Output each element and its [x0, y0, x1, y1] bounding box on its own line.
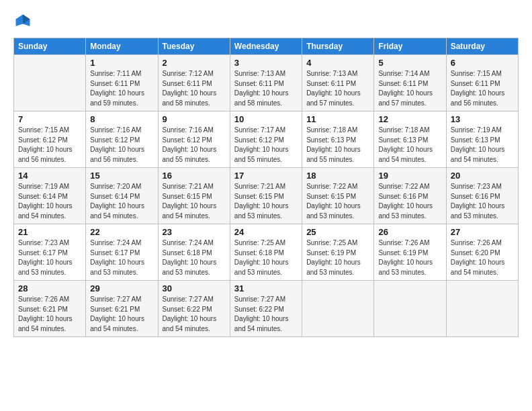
- day-cell: 16Sunrise: 7:21 AM Sunset: 6:15 PM Dayli…: [158, 168, 230, 224]
- day-number: 20: [451, 171, 514, 181]
- week-row-2: 7Sunrise: 7:15 AM Sunset: 6:12 PM Daylig…: [14, 111, 519, 168]
- day-number: 23: [163, 227, 226, 237]
- day-number: 27: [451, 227, 514, 237]
- day-number: 31: [234, 283, 298, 293]
- day-number: 17: [234, 171, 298, 181]
- day-cell: 26Sunrise: 7:26 AM Sunset: 6:19 PM Dayli…: [374, 224, 446, 281]
- day-number: 25: [306, 227, 369, 237]
- day-number: 21: [18, 227, 81, 237]
- day-cell: 10Sunrise: 7:17 AM Sunset: 6:12 PM Dayli…: [230, 111, 302, 168]
- day-info: Sunrise: 7:24 AM Sunset: 6:18 PM Dayligh…: [163, 238, 226, 277]
- day-info: Sunrise: 7:26 AM Sunset: 6:21 PM Dayligh…: [18, 295, 81, 334]
- day-info: Sunrise: 7:25 AM Sunset: 6:19 PM Dayligh…: [306, 238, 369, 277]
- day-number: 10: [234, 114, 298, 124]
- day-info: Sunrise: 7:17 AM Sunset: 6:12 PM Dayligh…: [234, 126, 298, 165]
- logo: [13, 12, 35, 31]
- day-number: 4: [306, 58, 369, 68]
- day-info: Sunrise: 7:15 AM Sunset: 6:11 PM Dayligh…: [451, 69, 514, 108]
- week-row-4: 21Sunrise: 7:23 AM Sunset: 6:17 PM Dayli…: [14, 224, 519, 281]
- day-cell: 29Sunrise: 7:27 AM Sunset: 6:21 PM Dayli…: [86, 281, 158, 337]
- day-info: Sunrise: 7:15 AM Sunset: 6:12 PM Dayligh…: [18, 126, 81, 165]
- day-info: Sunrise: 7:22 AM Sunset: 6:16 PM Dayligh…: [378, 182, 441, 221]
- day-cell: [302, 281, 374, 337]
- day-cell: 6Sunrise: 7:15 AM Sunset: 6:11 PM Daylig…: [446, 55, 518, 111]
- day-number: 26: [378, 227, 441, 237]
- calendar-table: SundayMondayTuesdayWednesdayThursdayFrid…: [13, 38, 519, 337]
- day-number: 13: [451, 114, 514, 124]
- day-info: Sunrise: 7:22 AM Sunset: 6:15 PM Dayligh…: [306, 182, 369, 221]
- header-day-thursday: Thursday: [302, 38, 374, 55]
- day-info: Sunrise: 7:20 AM Sunset: 6:14 PM Dayligh…: [90, 182, 153, 221]
- day-number: 2: [163, 58, 226, 68]
- day-number: 19: [378, 171, 441, 181]
- day-cell: 5Sunrise: 7:14 AM Sunset: 6:11 PM Daylig…: [374, 55, 446, 111]
- day-cell: 28Sunrise: 7:26 AM Sunset: 6:21 PM Dayli…: [14, 281, 86, 337]
- day-cell: 22Sunrise: 7:24 AM Sunset: 6:17 PM Dayli…: [86, 224, 158, 281]
- day-info: Sunrise: 7:18 AM Sunset: 6:13 PM Dayligh…: [378, 126, 441, 165]
- day-info: Sunrise: 7:23 AM Sunset: 6:17 PM Dayligh…: [18, 238, 81, 277]
- week-row-5: 28Sunrise: 7:26 AM Sunset: 6:21 PM Dayli…: [14, 281, 519, 337]
- day-info: Sunrise: 7:26 AM Sunset: 6:20 PM Dayligh…: [451, 238, 514, 277]
- day-cell: 27Sunrise: 7:26 AM Sunset: 6:20 PM Dayli…: [446, 224, 518, 281]
- day-cell: 1Sunrise: 7:11 AM Sunset: 6:11 PM Daylig…: [86, 55, 158, 111]
- day-cell: [14, 55, 86, 111]
- week-row-3: 14Sunrise: 7:19 AM Sunset: 6:14 PM Dayli…: [14, 168, 519, 224]
- day-cell: [446, 281, 518, 337]
- day-info: Sunrise: 7:19 AM Sunset: 6:13 PM Dayligh…: [451, 126, 514, 165]
- day-number: 29: [90, 283, 153, 293]
- day-cell: 4Sunrise: 7:13 AM Sunset: 6:11 PM Daylig…: [302, 55, 374, 111]
- day-number: 7: [18, 114, 81, 124]
- header: [13, 12, 519, 31]
- header-day-friday: Friday: [374, 38, 446, 55]
- day-cell: 14Sunrise: 7:19 AM Sunset: 6:14 PM Dayli…: [14, 168, 86, 224]
- day-number: 11: [306, 114, 369, 124]
- day-number: 18: [306, 171, 369, 181]
- day-info: Sunrise: 7:13 AM Sunset: 6:11 PM Dayligh…: [306, 69, 369, 108]
- day-cell: 12Sunrise: 7:18 AM Sunset: 6:13 PM Dayli…: [374, 111, 446, 168]
- day-info: Sunrise: 7:16 AM Sunset: 6:12 PM Dayligh…: [163, 126, 226, 165]
- day-cell: 9Sunrise: 7:16 AM Sunset: 6:12 PM Daylig…: [158, 111, 230, 168]
- day-info: Sunrise: 7:14 AM Sunset: 6:11 PM Dayligh…: [378, 69, 441, 108]
- day-info: Sunrise: 7:19 AM Sunset: 6:14 PM Dayligh…: [18, 182, 81, 221]
- day-cell: 25Sunrise: 7:25 AM Sunset: 6:19 PM Dayli…: [302, 224, 374, 281]
- day-number: 1: [90, 58, 153, 68]
- day-number: 14: [18, 171, 81, 181]
- day-info: Sunrise: 7:26 AM Sunset: 6:19 PM Dayligh…: [378, 238, 441, 277]
- day-cell: 31Sunrise: 7:27 AM Sunset: 6:22 PM Dayli…: [230, 281, 302, 337]
- day-cell: 20Sunrise: 7:23 AM Sunset: 6:16 PM Dayli…: [446, 168, 518, 224]
- day-number: 30: [163, 283, 226, 293]
- day-number: 12: [378, 114, 441, 124]
- header-row: SundayMondayTuesdayWednesdayThursdayFrid…: [14, 38, 519, 55]
- day-info: Sunrise: 7:27 AM Sunset: 6:22 PM Dayligh…: [234, 295, 298, 334]
- day-number: 16: [163, 171, 226, 181]
- day-info: Sunrise: 7:18 AM Sunset: 6:13 PM Dayligh…: [306, 126, 369, 165]
- day-info: Sunrise: 7:21 AM Sunset: 6:15 PM Dayligh…: [234, 182, 298, 221]
- day-info: Sunrise: 7:25 AM Sunset: 6:18 PM Dayligh…: [234, 238, 298, 277]
- day-cell: 15Sunrise: 7:20 AM Sunset: 6:14 PM Dayli…: [86, 168, 158, 224]
- day-cell: 21Sunrise: 7:23 AM Sunset: 6:17 PM Dayli…: [14, 224, 86, 281]
- day-cell: 18Sunrise: 7:22 AM Sunset: 6:15 PM Dayli…: [302, 168, 374, 224]
- calendar-page: SundayMondayTuesdayWednesdayThursdayFrid…: [0, 0, 532, 411]
- day-cell: 2Sunrise: 7:12 AM Sunset: 6:11 PM Daylig…: [158, 55, 230, 111]
- day-cell: 3Sunrise: 7:13 AM Sunset: 6:11 PM Daylig…: [230, 55, 302, 111]
- day-info: Sunrise: 7:23 AM Sunset: 6:16 PM Dayligh…: [451, 182, 514, 221]
- day-info: Sunrise: 7:11 AM Sunset: 6:11 PM Dayligh…: [90, 69, 153, 108]
- day-number: 15: [90, 171, 153, 181]
- day-cell: 11Sunrise: 7:18 AM Sunset: 6:13 PM Dayli…: [302, 111, 374, 168]
- day-number: 6: [451, 58, 514, 68]
- day-number: 9: [163, 114, 226, 124]
- day-cell: 7Sunrise: 7:15 AM Sunset: 6:12 PM Daylig…: [14, 111, 86, 168]
- week-row-1: 1Sunrise: 7:11 AM Sunset: 6:11 PM Daylig…: [14, 55, 519, 111]
- day-info: Sunrise: 7:27 AM Sunset: 6:21 PM Dayligh…: [90, 295, 153, 334]
- day-info: Sunrise: 7:24 AM Sunset: 6:17 PM Dayligh…: [90, 238, 153, 277]
- day-cell: 24Sunrise: 7:25 AM Sunset: 6:18 PM Dayli…: [230, 224, 302, 281]
- day-number: 22: [90, 227, 153, 237]
- header-day-monday: Monday: [86, 38, 158, 55]
- logo-icon: [13, 12, 32, 31]
- header-day-saturday: Saturday: [446, 38, 518, 55]
- header-day-wednesday: Wednesday: [230, 38, 302, 55]
- day-number: 5: [378, 58, 441, 68]
- day-info: Sunrise: 7:16 AM Sunset: 6:12 PM Dayligh…: [90, 126, 153, 165]
- day-number: 24: [234, 227, 298, 237]
- day-info: Sunrise: 7:12 AM Sunset: 6:11 PM Dayligh…: [163, 69, 226, 108]
